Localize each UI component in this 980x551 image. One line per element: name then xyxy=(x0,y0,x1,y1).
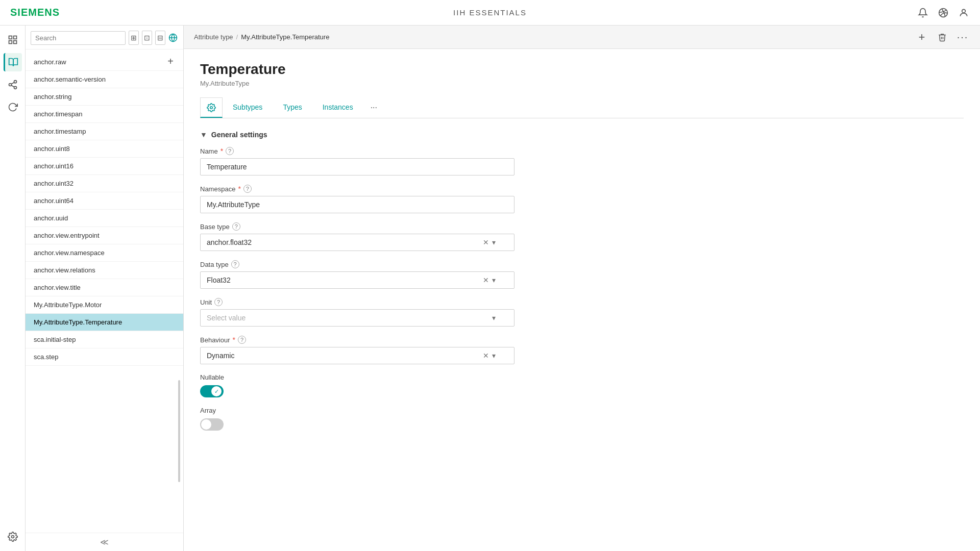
nullable-toggle[interactable]: ✓ xyxy=(200,385,224,397)
tab-types[interactable]: Types xyxy=(273,98,312,117)
sidebar-collapse-btn[interactable]: ≪ xyxy=(100,537,109,547)
svg-point-14 xyxy=(210,106,213,109)
sidebar-item-anchor-timespan[interactable]: anchor.timespan xyxy=(26,106,183,123)
behaviour-select-wrapper: Dynamic ✕ ▾ xyxy=(200,347,514,364)
apps-icon[interactable] xyxy=(937,7,949,19)
nav-refresh-btn[interactable] xyxy=(4,98,22,116)
svg-point-1 xyxy=(962,9,966,13)
sidebar-add-btn[interactable]: + xyxy=(165,56,176,67)
base-type-help-icon[interactable]: ? xyxy=(232,222,240,231)
tab-more[interactable]: ··· xyxy=(363,98,384,117)
sidebar-item-anchor-view-entrypoint[interactable]: anchor.view.entrypoint xyxy=(26,227,183,244)
nullable-label: Nullable xyxy=(200,373,964,381)
sidebar-item-anchor-string[interactable]: anchor.string xyxy=(26,88,183,106)
sidebar-item-anchor-raw[interactable]: anchor.raw xyxy=(26,54,183,71)
sidebar-item-anchor-uint64[interactable]: anchor.uint64 xyxy=(26,192,183,210)
nav-home-btn[interactable] xyxy=(4,31,22,49)
section-general-settings-header[interactable]: ▼ General settings xyxy=(200,131,964,139)
namespace-required-marker: * xyxy=(238,185,240,193)
base-type-label: Base type ? xyxy=(200,222,964,231)
tab-instances[interactable]: Instances xyxy=(312,98,363,117)
behaviour-help-icon[interactable]: ? xyxy=(238,336,246,344)
add-button[interactable]: + xyxy=(915,30,929,44)
data-type-value: Float32 xyxy=(207,276,231,284)
unit-placeholder: Select value xyxy=(207,314,246,322)
tabs-row: Subtypes Types Instances ··· xyxy=(200,97,964,118)
svg-point-8 xyxy=(14,86,16,89)
form-group-base-type: Base type ? anchor.float32 ✕ ▾ xyxy=(200,222,964,251)
name-input[interactable] xyxy=(200,158,514,176)
nullable-group: Nullable ✓ xyxy=(200,373,964,397)
unit-help-icon[interactable]: ? xyxy=(214,298,223,306)
nav-types-btn[interactable] xyxy=(4,53,22,71)
data-type-select-wrapper: Float32 ✕ ▾ xyxy=(200,271,514,289)
svg-rect-5 xyxy=(13,41,16,44)
sidebar-item-anchor-semantic-version[interactable]: anchor.semantic-version xyxy=(26,71,183,88)
array-toggle[interactable] xyxy=(200,418,224,431)
sidebar-item-anchor-uint8[interactable]: anchor.uint8 xyxy=(26,140,183,158)
data-type-label: Data type ? xyxy=(200,260,964,268)
sidebar-search-bar: ⊞ ⊡ ⊟ xyxy=(26,26,183,49)
sidebar-item-anchor-view-namespace[interactable]: anchor.view.namespace xyxy=(26,244,183,262)
search-filter-btn-3[interactable]: ⊟ xyxy=(155,31,165,45)
nav-settings-btn[interactable] xyxy=(4,528,22,546)
svg-point-6 xyxy=(14,81,16,83)
top-header: SIEMENS IIH ESSENTIALS xyxy=(0,0,980,26)
svg-rect-2 xyxy=(9,36,12,39)
data-type-help-icon[interactable]: ? xyxy=(231,260,239,268)
namespace-input[interactable] xyxy=(200,196,514,213)
nav-share-btn[interactable] xyxy=(4,76,22,94)
data-type-select[interactable]: Float32 ✕ ▾ xyxy=(200,271,514,289)
sidebar-item-my-motor[interactable]: My.AttributeType.Motor xyxy=(26,296,183,314)
notification-icon[interactable] xyxy=(917,7,929,19)
content-header: Attribute type / My.AttributeType.Temper… xyxy=(184,26,980,49)
search-filter-btn-1[interactable]: ⊞ xyxy=(129,31,139,45)
sidebar-item-sca-step[interactable]: sca.step xyxy=(26,348,183,366)
sidebar-item-anchor-uuid[interactable]: anchor.uuid xyxy=(26,210,183,227)
tab-settings[interactable] xyxy=(200,97,223,118)
array-knob xyxy=(201,419,211,430)
base-type-clear[interactable]: ✕ xyxy=(483,238,489,246)
icon-bar xyxy=(0,26,26,551)
sidebar-item-anchor-timestamp[interactable]: anchor.timestamp xyxy=(26,123,183,140)
svg-point-7 xyxy=(9,84,11,86)
section-toggle-icon: ▼ xyxy=(200,131,207,139)
behaviour-required-marker: * xyxy=(233,336,235,344)
sidebar-item-anchor-uint16[interactable]: anchor.uint16 xyxy=(26,158,183,175)
behaviour-label: Behaviour * ? xyxy=(200,336,964,344)
breadcrumb-temperature: My.AttributeType.Temperature xyxy=(241,33,329,41)
tab-subtypes[interactable]: Subtypes xyxy=(223,98,273,117)
delete-button[interactable] xyxy=(935,30,949,44)
base-type-arrow: ▾ xyxy=(492,238,496,246)
globe-icon[interactable] xyxy=(168,31,178,45)
behaviour-select[interactable]: Dynamic ✕ ▾ xyxy=(200,347,514,364)
unit-select[interactable]: Select value ▾ xyxy=(200,309,514,327)
content-main: Temperature My.AttributeType Subtypes Ty… xyxy=(184,49,980,551)
sidebar-item-anchor-view-title[interactable]: anchor.view.title xyxy=(26,279,183,296)
user-icon[interactable] xyxy=(958,7,970,19)
sidebar-item-my-temperature[interactable]: My.AttributeType.Temperature xyxy=(26,314,183,331)
name-help-icon[interactable]: ? xyxy=(226,147,234,155)
svg-line-9 xyxy=(11,85,14,87)
header-icons xyxy=(917,7,970,19)
form-group-data-type: Data type ? Float32 ✕ ▾ xyxy=(200,260,964,289)
sidebar-item-sca-initial-step[interactable]: sca.initial-step xyxy=(26,331,183,348)
behaviour-value: Dynamic xyxy=(207,352,234,360)
behaviour-arrow: ▾ xyxy=(492,352,496,360)
namespace-label: Namespace * ? xyxy=(200,185,964,193)
search-input[interactable] xyxy=(31,31,126,45)
page-title: Temperature xyxy=(200,61,964,78)
more-options-button[interactable]: ··· xyxy=(955,30,970,44)
behaviour-clear[interactable]: ✕ xyxy=(483,352,489,360)
base-type-select[interactable]: anchor.float32 ✕ ▾ xyxy=(200,234,514,251)
search-filter-btn-2[interactable]: ⊡ xyxy=(142,31,152,45)
array-group: Array xyxy=(200,407,964,431)
app-title: IIH ESSENTIALS xyxy=(453,8,527,17)
namespace-help-icon[interactable]: ? xyxy=(243,185,252,193)
page-subtitle: My.AttributeType xyxy=(200,80,964,87)
sidebar-item-anchor-uint32[interactable]: anchor.uint32 xyxy=(26,175,183,192)
data-type-arrow: ▾ xyxy=(492,276,496,284)
sidebar-item-anchor-view-relations[interactable]: anchor.view.relations xyxy=(26,262,183,279)
data-type-clear[interactable]: ✕ xyxy=(483,276,489,284)
breadcrumb-attr-type[interactable]: Attribute type xyxy=(194,33,233,41)
